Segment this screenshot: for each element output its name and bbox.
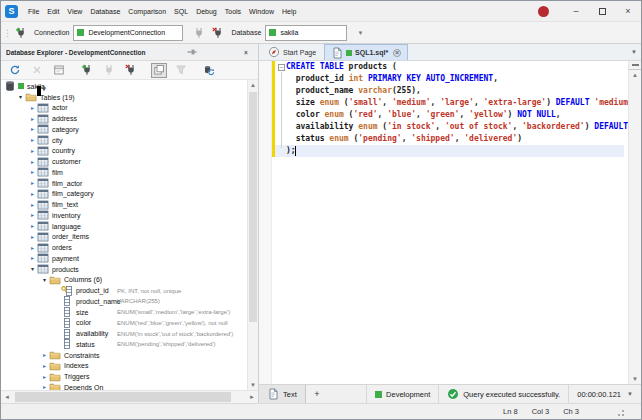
- tree-item-product-name[interactable]: product_nameVARCHAR(255): [1, 296, 258, 307]
- notification-badge-icon[interactable]: [538, 6, 549, 17]
- refresh-icon[interactable]: [7, 63, 23, 78]
- tree-item-products[interactable]: ▾products: [1, 264, 258, 275]
- expand-arrow-icon[interactable]: ▸: [40, 372, 49, 382]
- tree-item-orders[interactable]: ▸orders: [1, 242, 258, 253]
- tab-close-icon[interactable]: ×: [393, 49, 401, 57]
- scroll-up-icon[interactable]: ▲: [248, 80, 258, 90]
- menu-view[interactable]: View: [63, 8, 86, 15]
- tree-item-triggers[interactable]: ▸Triggers: [1, 371, 258, 382]
- expand-arrow-icon[interactable]: ▸: [40, 361, 49, 371]
- expand-arrow-icon[interactable]: ▸: [28, 210, 37, 220]
- tree-item-film[interactable]: ▸film: [1, 167, 258, 178]
- delete-icon[interactable]: [29, 63, 45, 78]
- tree-item-order-items[interactable]: ▸order_items: [1, 232, 258, 243]
- disconnect-icon[interactable]: [210, 25, 225, 40]
- minimize-button[interactable]: –: [563, 1, 589, 21]
- tree-item-depends-on[interactable]: ▸Depends On: [1, 382, 258, 390]
- tree-item-customer[interactable]: ▸customer: [1, 156, 258, 167]
- pin-icon[interactable]: [185, 46, 199, 59]
- tree-item-size[interactable]: sizeENUM('small','medium','large','extra…: [1, 307, 258, 318]
- tree-item-availability[interactable]: availabilityENUM('in stock','out of stoc…: [1, 328, 258, 339]
- tree-item-payment[interactable]: ▸payment: [1, 253, 258, 264]
- tree-item-indexes[interactable]: ▸Indexes: [1, 361, 258, 372]
- code-fold-icon[interactable]: –: [278, 64, 285, 71]
- scroll-down-icon[interactable]: ▼: [248, 380, 258, 390]
- expand-arrow-icon[interactable]: ▸: [28, 253, 37, 263]
- tree-vertical-scrollbar[interactable]: ▲ ▼: [247, 80, 258, 390]
- menu-comparison[interactable]: Comparison: [124, 8, 170, 15]
- expand-arrow-icon[interactable]: ▸: [28, 178, 37, 188]
- connect-icon[interactable]: [191, 25, 206, 40]
- tree-item-constraints[interactable]: ▸Constraints: [1, 350, 258, 361]
- tree-item-columns-6-[interactable]: ▾Columns (6): [1, 275, 258, 286]
- scroll-right-icon[interactable]: ►: [246, 391, 258, 403]
- toolbar-overflow-button[interactable]: ▼: [357, 30, 363, 36]
- connection-select[interactable]: DevelopmentConnection ▼: [73, 25, 183, 41]
- collapse-arrow-icon[interactable]: ▾: [16, 92, 25, 102]
- expand-arrow-icon[interactable]: ▸: [40, 350, 49, 360]
- connect-icon[interactable]: [101, 63, 117, 78]
- close-button[interactable]: ×: [615, 1, 641, 21]
- splitter-handle[interactable]: [629, 61, 641, 70]
- execution-timer[interactable]: 00:00:00.121 ▼: [568, 385, 641, 403]
- sql-editor[interactable]: – CREATE TABLE products ( product_id int…: [259, 61, 641, 384]
- tree-item-language[interactable]: ▸language: [1, 221, 258, 232]
- menu-window[interactable]: Window: [245, 8, 278, 15]
- expand-arrow-icon[interactable]: ▸: [28, 146, 37, 156]
- properties-icon[interactable]: [51, 63, 67, 78]
- add-view-button[interactable]: +: [306, 389, 328, 399]
- tree-horizontal-scrollbar[interactable]: ◄ ►: [1, 390, 258, 403]
- filter-icon[interactable]: [173, 63, 189, 78]
- scrollbar-thumb[interactable]: [249, 92, 257, 322]
- new-connection-icon[interactable]: [79, 63, 95, 78]
- expand-arrow-icon[interactable]: ▸: [28, 114, 37, 124]
- toolbar-grip[interactable]: ⋮: [3, 28, 11, 38]
- expand-arrow-icon[interactable]: ▸: [28, 135, 37, 145]
- environment-indicator[interactable]: Development: [366, 385, 438, 403]
- tree-item-film-actor[interactable]: ▸film_actor: [1, 178, 258, 189]
- tree-item-status[interactable]: statusENUM('pending','shipped','delivere…: [1, 339, 258, 350]
- scroll-down-icon[interactable]: ▼: [629, 374, 641, 384]
- tab-start-page[interactable]: Start Page: [262, 44, 322, 60]
- expand-arrow-icon[interactable]: ▸: [28, 103, 37, 113]
- menu-tools[interactable]: Tools: [221, 8, 245, 15]
- show-folders-icon[interactable]: [151, 63, 167, 78]
- menu-debug[interactable]: Debug: [192, 8, 221, 15]
- tree-item-color[interactable]: colorENUM('red','blue','green','yellow')…: [1, 318, 258, 329]
- tree-item-product-id[interactable]: product_idPK, INT, not null, unique: [1, 285, 258, 296]
- resize-grip[interactable]: [622, 414, 624, 416]
- collapse-arrow-icon[interactable]: ▾: [40, 275, 49, 285]
- disconnect-icon[interactable]: [123, 63, 139, 78]
- expand-arrow-icon[interactable]: ▸: [28, 167, 37, 177]
- tree-item-country[interactable]: ▸country: [1, 146, 258, 157]
- tab-sql1-sql-[interactable]: SQL1.sql*×: [324, 44, 408, 60]
- expand-arrow-icon[interactable]: ▸: [28, 200, 37, 210]
- expand-arrow-icon[interactable]: ▸: [28, 189, 37, 199]
- tree-item-category[interactable]: ▸category: [1, 124, 258, 135]
- expand-arrow-icon[interactable]: ▸: [28, 124, 37, 134]
- scroll-left-icon[interactable]: ◄: [1, 391, 13, 403]
- explorer-close-button[interactable]: ×: [239, 49, 253, 56]
- scroll-up-icon[interactable]: ▲: [629, 70, 641, 80]
- maximize-button[interactable]: [589, 1, 615, 21]
- menu-file[interactable]: File: [24, 8, 43, 15]
- scrollbar-thumb[interactable]: [15, 392, 231, 402]
- tree-item-city[interactable]: ▸city: [1, 135, 258, 146]
- tree-item-address[interactable]: ▸address: [1, 113, 258, 124]
- expand-arrow-icon[interactable]: ▸: [28, 243, 37, 253]
- expand-arrow-icon[interactable]: ▸: [28, 157, 37, 167]
- object-tree[interactable]: sakila▾Tables (19)▸actor▸address▸categor…: [1, 80, 258, 390]
- tab-overflow-button[interactable]: ▼: [631, 49, 637, 55]
- collapse-arrow-icon[interactable]: ▾: [28, 264, 37, 274]
- tree-item-film-text[interactable]: ▸film_text: [1, 199, 258, 210]
- menu-edit[interactable]: Edit: [43, 8, 63, 15]
- tree-item-inventory[interactable]: ▸inventory: [1, 210, 258, 221]
- menu-sql[interactable]: SQL: [170, 8, 192, 15]
- tree-item-actor[interactable]: ▸actor: [1, 103, 258, 114]
- tree-item-film-category[interactable]: ▸film_category: [1, 189, 258, 200]
- new-connection-icon[interactable]: [13, 25, 28, 40]
- database-select[interactable]: sakila ▼: [265, 25, 347, 41]
- text-view-tab[interactable]: Text: [259, 385, 306, 403]
- menu-help[interactable]: Help: [278, 8, 300, 15]
- expand-arrow-icon[interactable]: ▸: [40, 382, 49, 390]
